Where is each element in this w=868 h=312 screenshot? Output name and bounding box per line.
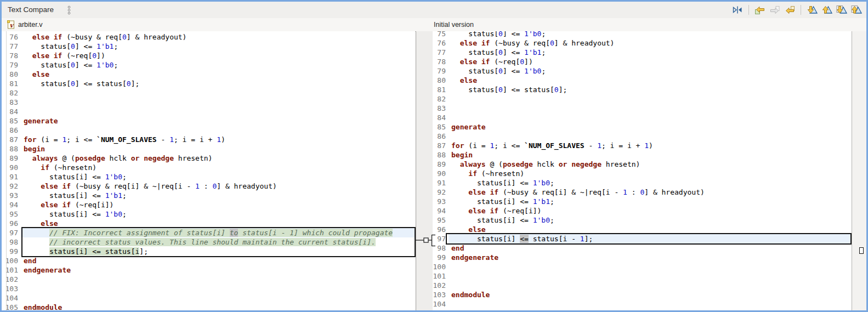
code-line-84: 84 (2, 107, 415, 116)
line-number: 86 (433, 132, 449, 141)
code-line-93: 93 status[i] <= 1'b1; (433, 197, 852, 206)
code-text: else if (~busy & req[0] & hreadyout) (21, 32, 415, 42)
line-number: 94 (2, 200, 21, 209)
copy-current-change-from-right-to-left-button[interactable] (784, 4, 796, 16)
diff-connector-strip (416, 31, 433, 310)
right-code-editor[interactable]: 75 status[0] <= 1'b0;76 else if (~busy &… (433, 31, 852, 310)
code-text: always @ (posedge hclk or negedge hreset… (21, 154, 415, 163)
code-line-99: 99endgenerate (433, 253, 852, 262)
code-text: endgenerate (21, 265, 415, 275)
code-text: status[0] <= 1'b0; (449, 66, 852, 76)
code-text (449, 271, 852, 281)
code-line-96: 96 else (433, 225, 852, 234)
verilog-file-icon: v (7, 20, 15, 29)
code-line-95: 95 status[i] <= 1'b0; (2, 209, 415, 219)
code-line-81: 81 status[0] <= status[0]; (2, 79, 415, 88)
view-menu-icon[interactable] (66, 5, 72, 15)
code-text: end (449, 243, 852, 253)
compare-view-titlebar: Text Compare (2, 2, 866, 19)
line-number: 84 (2, 107, 21, 116)
line-number: 79 (2, 60, 21, 70)
previous-difference-icon (821, 4, 832, 15)
code-text (449, 299, 852, 309)
copy-current-change-from-left-to-right-button[interactable] (769, 4, 781, 16)
line-number: 77 (2, 42, 21, 51)
code-line-101: 101 (433, 271, 852, 281)
compare-toolbar (731, 3, 863, 16)
right-pane-header: Initial version (434, 18, 474, 31)
line-number: 81 (2, 79, 21, 88)
code-line-98: 98 // incorrect status values. This line… (2, 237, 415, 247)
code-line-81: 81 status[0] <= status[0]; (433, 85, 852, 94)
line-number: 98 (433, 243, 449, 253)
copy-all-non-conflicting-changes-from-right-to-left-button[interactable] (754, 4, 766, 16)
code-text: status[0] <= status[0]; (21, 79, 415, 88)
code-text: generate (449, 122, 852, 132)
next-difference-button[interactable] (806, 4, 818, 16)
previous-change-button[interactable] (850, 4, 863, 16)
line-number: 101 (433, 271, 449, 281)
code-text: status[i] <= 1'b1; (21, 191, 415, 200)
code-text: status[0] <= 1'b0; (21, 60, 415, 70)
code-text: status[0] <= status[0]; (449, 85, 852, 94)
line-number: 87 (2, 135, 21, 144)
overview-ruler[interactable] (852, 31, 867, 310)
code-text: else (21, 70, 415, 79)
line-number: 84 (433, 113, 449, 122)
code-line-77: 77 status[0] <= 1'b1; (433, 48, 852, 57)
code-line-94: 94 else if (~req[i]) (433, 206, 852, 215)
code-text: endgenerate (449, 253, 852, 262)
line-number: 80 (2, 70, 21, 79)
line-number: 100 (433, 262, 449, 271)
line-number: 94 (433, 206, 449, 215)
code-text: for (i = 1; i <= `NUM_OF_SLAVES - 1; i =… (21, 135, 415, 144)
text-compare-window: Text Compare (0, 0, 868, 312)
code-text: // FIX: Incorrect assignment of status[i… (21, 228, 415, 237)
code-text: begin (449, 150, 852, 160)
code-text (449, 104, 852, 113)
swap-panes-icon (732, 4, 743, 15)
line-number: 78 (2, 51, 21, 60)
code-line-90: 90 if (~hresetn) (433, 169, 852, 178)
code-line-80: 80 else (433, 76, 852, 85)
line-number: 97 (2, 228, 21, 237)
next-change-button[interactable] (836, 4, 848, 16)
copy-left-arrow-icon (784, 4, 795, 15)
line-number: 87 (433, 141, 449, 150)
line-number: 83 (433, 104, 449, 113)
code-line-78: 78 else if (~req[0]) (2, 51, 415, 60)
code-text: else (21, 219, 415, 228)
right-pane-title: Initial version (434, 18, 474, 31)
line-number: 89 (2, 154, 21, 163)
code-line-84: 84 (433, 113, 852, 122)
line-number: 99 (2, 247, 21, 256)
code-text: status[0] <= 1'b1; (21, 42, 415, 51)
line-number: 105 (2, 303, 21, 310)
line-number: 81 (433, 85, 449, 94)
toolbar-separator (801, 5, 801, 15)
code-line-102: 102 (2, 275, 415, 284)
swap-left-and-right-view-button[interactable] (731, 4, 744, 16)
line-number: 91 (2, 172, 21, 181)
code-line-93: 93 status[i] <= 1'b1; (2, 191, 415, 200)
line-number: 75 (433, 31, 449, 38)
code-text: status[i] <= status[i]; (21, 247, 415, 256)
line-number: 96 (433, 225, 449, 234)
line-number: 95 (433, 215, 449, 225)
line-number: 92 (433, 188, 449, 197)
code-text (21, 293, 415, 303)
left-code-editor[interactable]: 76 else if (~busy & req[0] & hreadyout)7… (2, 31, 415, 310)
code-text: // incorrect status values. This line sh… (21, 237, 415, 247)
code-text: status[i] <= 1'b0; (21, 172, 415, 181)
code-text (449, 113, 852, 122)
code-line-95: 95 status[i] <= 1'b0; (433, 215, 852, 225)
line-number: 76 (433, 38, 449, 48)
previous-difference-button[interactable] (821, 4, 833, 16)
line-number: 104 (433, 299, 449, 309)
code-text: end (21, 256, 415, 265)
pane-headers: v arbiter.v Initial version (2, 18, 866, 32)
line-number: 102 (433, 281, 449, 290)
overview-diff-marker[interactable] (859, 247, 864, 254)
code-text: status[i] <= 1'b1; (449, 197, 852, 206)
code-text: else if (~busy & req[i] & ~|req[i - 1 : … (449, 188, 852, 197)
